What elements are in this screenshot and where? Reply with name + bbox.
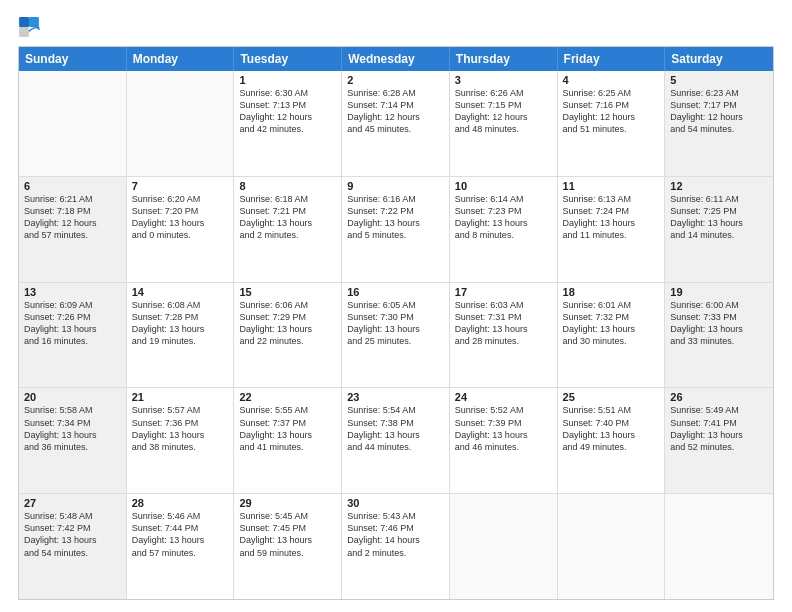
- day-number: 12: [670, 180, 768, 192]
- day-info: Sunrise: 5:48 AM Sunset: 7:42 PM Dayligh…: [24, 510, 121, 559]
- calendar-week-2: 6Sunrise: 6:21 AM Sunset: 7:18 PM Daylig…: [19, 177, 773, 283]
- day-info: Sunrise: 6:18 AM Sunset: 7:21 PM Dayligh…: [239, 193, 336, 242]
- calendar-cell: 24Sunrise: 5:52 AM Sunset: 7:39 PM Dayli…: [450, 388, 558, 493]
- day-number: 21: [132, 391, 229, 403]
- day-number: 16: [347, 286, 444, 298]
- day-number: 1: [239, 74, 336, 86]
- day-number: 18: [563, 286, 660, 298]
- svg-rect-1: [19, 17, 29, 27]
- day-info: Sunrise: 6:28 AM Sunset: 7:14 PM Dayligh…: [347, 87, 444, 136]
- calendar-cell: 28Sunrise: 5:46 AM Sunset: 7:44 PM Dayli…: [127, 494, 235, 599]
- day-info: Sunrise: 6:08 AM Sunset: 7:28 PM Dayligh…: [132, 299, 229, 348]
- day-info: Sunrise: 6:09 AM Sunset: 7:26 PM Dayligh…: [24, 299, 121, 348]
- day-info: Sunrise: 6:30 AM Sunset: 7:13 PM Dayligh…: [239, 87, 336, 136]
- day-number: 29: [239, 497, 336, 509]
- day-number: 11: [563, 180, 660, 192]
- day-info: Sunrise: 6:20 AM Sunset: 7:20 PM Dayligh…: [132, 193, 229, 242]
- day-info: Sunrise: 6:00 AM Sunset: 7:33 PM Dayligh…: [670, 299, 768, 348]
- calendar-cell: 4Sunrise: 6:25 AM Sunset: 7:16 PM Daylig…: [558, 71, 666, 176]
- calendar-cell: 17Sunrise: 6:03 AM Sunset: 7:31 PM Dayli…: [450, 283, 558, 388]
- day-info: Sunrise: 5:51 AM Sunset: 7:40 PM Dayligh…: [563, 404, 660, 453]
- day-number: 22: [239, 391, 336, 403]
- calendar-body: 1Sunrise: 6:30 AM Sunset: 7:13 PM Daylig…: [19, 71, 773, 599]
- logo-icon: [18, 16, 40, 38]
- day-info: Sunrise: 5:46 AM Sunset: 7:44 PM Dayligh…: [132, 510, 229, 559]
- calendar-cell: 30Sunrise: 5:43 AM Sunset: 7:46 PM Dayli…: [342, 494, 450, 599]
- day-number: 25: [563, 391, 660, 403]
- calendar-cell: [450, 494, 558, 599]
- day-number: 8: [239, 180, 336, 192]
- calendar-cell: 21Sunrise: 5:57 AM Sunset: 7:36 PM Dayli…: [127, 388, 235, 493]
- calendar-cell: 12Sunrise: 6:11 AM Sunset: 7:25 PM Dayli…: [665, 177, 773, 282]
- day-number: 2: [347, 74, 444, 86]
- calendar-cell: 15Sunrise: 6:06 AM Sunset: 7:29 PM Dayli…: [234, 283, 342, 388]
- day-info: Sunrise: 6:03 AM Sunset: 7:31 PM Dayligh…: [455, 299, 552, 348]
- calendar-cell: 26Sunrise: 5:49 AM Sunset: 7:41 PM Dayli…: [665, 388, 773, 493]
- day-number: 28: [132, 497, 229, 509]
- day-info: Sunrise: 5:57 AM Sunset: 7:36 PM Dayligh…: [132, 404, 229, 453]
- day-number: 14: [132, 286, 229, 298]
- calendar-week-3: 13Sunrise: 6:09 AM Sunset: 7:26 PM Dayli…: [19, 283, 773, 389]
- logo: [18, 16, 42, 38]
- day-number: 30: [347, 497, 444, 509]
- calendar-cell: 1Sunrise: 6:30 AM Sunset: 7:13 PM Daylig…: [234, 71, 342, 176]
- day-info: Sunrise: 6:06 AM Sunset: 7:29 PM Dayligh…: [239, 299, 336, 348]
- calendar-week-1: 1Sunrise: 6:30 AM Sunset: 7:13 PM Daylig…: [19, 71, 773, 177]
- day-info: Sunrise: 6:21 AM Sunset: 7:18 PM Dayligh…: [24, 193, 121, 242]
- header-cell-monday: Monday: [127, 47, 235, 71]
- calendar-cell: 7Sunrise: 6:20 AM Sunset: 7:20 PM Daylig…: [127, 177, 235, 282]
- day-number: 7: [132, 180, 229, 192]
- day-info: Sunrise: 5:55 AM Sunset: 7:37 PM Dayligh…: [239, 404, 336, 453]
- calendar-cell: 11Sunrise: 6:13 AM Sunset: 7:24 PM Dayli…: [558, 177, 666, 282]
- day-info: Sunrise: 5:43 AM Sunset: 7:46 PM Dayligh…: [347, 510, 444, 559]
- day-info: Sunrise: 6:11 AM Sunset: 7:25 PM Dayligh…: [670, 193, 768, 242]
- day-number: 5: [670, 74, 768, 86]
- day-number: 9: [347, 180, 444, 192]
- calendar-cell: 8Sunrise: 6:18 AM Sunset: 7:21 PM Daylig…: [234, 177, 342, 282]
- day-info: Sunrise: 6:05 AM Sunset: 7:30 PM Dayligh…: [347, 299, 444, 348]
- svg-rect-2: [29, 17, 39, 27]
- svg-rect-3: [19, 27, 29, 37]
- header-cell-wednesday: Wednesday: [342, 47, 450, 71]
- calendar-cell: 14Sunrise: 6:08 AM Sunset: 7:28 PM Dayli…: [127, 283, 235, 388]
- day-number: 19: [670, 286, 768, 298]
- calendar-cell: 29Sunrise: 5:45 AM Sunset: 7:45 PM Dayli…: [234, 494, 342, 599]
- day-info: Sunrise: 6:16 AM Sunset: 7:22 PM Dayligh…: [347, 193, 444, 242]
- header-cell-sunday: Sunday: [19, 47, 127, 71]
- day-number: 10: [455, 180, 552, 192]
- calendar-cell: 25Sunrise: 5:51 AM Sunset: 7:40 PM Dayli…: [558, 388, 666, 493]
- calendar-cell: 3Sunrise: 6:26 AM Sunset: 7:15 PM Daylig…: [450, 71, 558, 176]
- day-info: Sunrise: 5:49 AM Sunset: 7:41 PM Dayligh…: [670, 404, 768, 453]
- day-number: 27: [24, 497, 121, 509]
- day-number: 3: [455, 74, 552, 86]
- calendar-cell: 16Sunrise: 6:05 AM Sunset: 7:30 PM Dayli…: [342, 283, 450, 388]
- calendar-week-5: 27Sunrise: 5:48 AM Sunset: 7:42 PM Dayli…: [19, 494, 773, 599]
- day-info: Sunrise: 6:23 AM Sunset: 7:17 PM Dayligh…: [670, 87, 768, 136]
- calendar-cell: 20Sunrise: 5:58 AM Sunset: 7:34 PM Dayli…: [19, 388, 127, 493]
- day-number: 15: [239, 286, 336, 298]
- day-info: Sunrise: 6:25 AM Sunset: 7:16 PM Dayligh…: [563, 87, 660, 136]
- calendar-cell: 6Sunrise: 6:21 AM Sunset: 7:18 PM Daylig…: [19, 177, 127, 282]
- day-info: Sunrise: 5:58 AM Sunset: 7:34 PM Dayligh…: [24, 404, 121, 453]
- calendar-cell: 23Sunrise: 5:54 AM Sunset: 7:38 PM Dayli…: [342, 388, 450, 493]
- day-number: 23: [347, 391, 444, 403]
- page-header: [18, 16, 774, 38]
- day-info: Sunrise: 6:01 AM Sunset: 7:32 PM Dayligh…: [563, 299, 660, 348]
- day-number: 13: [24, 286, 121, 298]
- calendar: SundayMondayTuesdayWednesdayThursdayFrid…: [18, 46, 774, 600]
- calendar-week-4: 20Sunrise: 5:58 AM Sunset: 7:34 PM Dayli…: [19, 388, 773, 494]
- calendar-cell: 10Sunrise: 6:14 AM Sunset: 7:23 PM Dayli…: [450, 177, 558, 282]
- calendar-cell: [127, 71, 235, 176]
- day-info: Sunrise: 5:54 AM Sunset: 7:38 PM Dayligh…: [347, 404, 444, 453]
- day-info: Sunrise: 5:45 AM Sunset: 7:45 PM Dayligh…: [239, 510, 336, 559]
- calendar-header-row: SundayMondayTuesdayWednesdayThursdayFrid…: [19, 47, 773, 71]
- calendar-cell: 19Sunrise: 6:00 AM Sunset: 7:33 PM Dayli…: [665, 283, 773, 388]
- day-number: 20: [24, 391, 121, 403]
- day-info: Sunrise: 5:52 AM Sunset: 7:39 PM Dayligh…: [455, 404, 552, 453]
- header-cell-tuesday: Tuesday: [234, 47, 342, 71]
- day-info: Sunrise: 6:14 AM Sunset: 7:23 PM Dayligh…: [455, 193, 552, 242]
- day-info: Sunrise: 6:26 AM Sunset: 7:15 PM Dayligh…: [455, 87, 552, 136]
- calendar-cell: 5Sunrise: 6:23 AM Sunset: 7:17 PM Daylig…: [665, 71, 773, 176]
- calendar-cell: 13Sunrise: 6:09 AM Sunset: 7:26 PM Dayli…: [19, 283, 127, 388]
- day-number: 17: [455, 286, 552, 298]
